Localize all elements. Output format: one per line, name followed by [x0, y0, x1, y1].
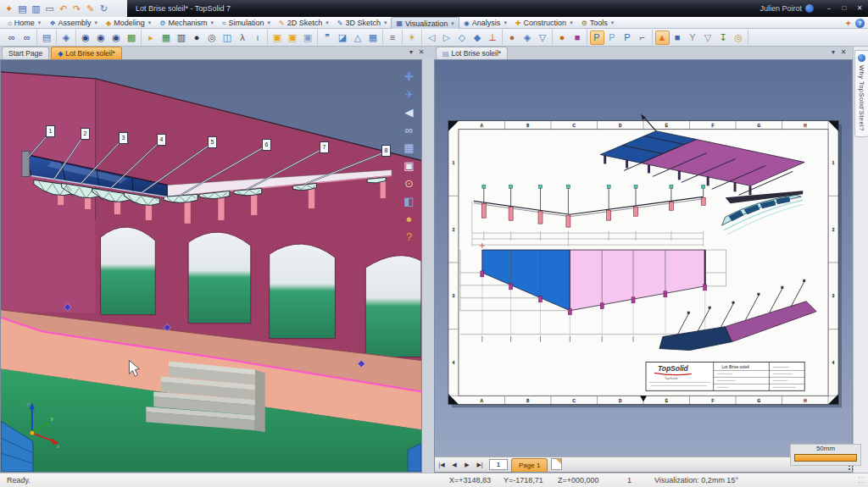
folder-orange-2-icon[interactable]: ▣ — [286, 30, 300, 45]
iso-cube-icon[interactable]: ◧ — [401, 193, 417, 210]
chevron-down-icon[interactable]: ▾ — [384, 19, 387, 26]
zoom-icon[interactable]: ⊙ — [401, 175, 417, 192]
last-page-button[interactable]: ▶| — [474, 459, 486, 470]
ribbon-tab-tools[interactable]: ⚙Tools▾ — [577, 18, 619, 29]
balloon-tag[interactable]: 4 — [157, 134, 166, 146]
ribbon-tab-simulation[interactable]: ≈Simulation▾ — [218, 18, 275, 29]
select-cube-icon[interactable]: ◈ — [520, 30, 535, 45]
refresh-icon[interactable]: ↻ — [97, 2, 110, 15]
stack-icon[interactable]: ▦ — [366, 30, 381, 45]
part-flag-3-icon[interactable]: P — [620, 30, 635, 45]
chevron-down-icon[interactable]: ▾ — [95, 19, 98, 26]
view-cube-2-icon[interactable]: ▷ — [440, 30, 454, 45]
material-sphere-icon[interactable]: ● — [555, 30, 570, 45]
purple-cube-icon[interactable]: ■ — [570, 30, 585, 45]
print-icon[interactable]: ▭ — [43, 2, 56, 15]
chevron-down-icon[interactable]: ▾ — [570, 19, 573, 26]
blue-cube-icon[interactable]: ■ — [670, 30, 685, 45]
balloon-tag[interactable]: 6 — [262, 139, 271, 151]
rings-icon[interactable]: ◎ — [732, 30, 746, 45]
previous-page-button[interactable]: ◀ — [448, 459, 460, 470]
camera-icon[interactable]: ◎ — [205, 30, 220, 45]
chevron-down-icon[interactable]: ▾ — [148, 19, 152, 26]
camera-shield-2-icon[interactable]: ◉ — [94, 30, 108, 45]
chevron-down-icon[interactable]: ▾ — [210, 19, 214, 26]
funnel-2-icon[interactable]: ▽ — [701, 30, 715, 45]
measure-warning-icon[interactable]: ▲ — [655, 30, 670, 45]
chevron-down-icon[interactable]: ▾ — [267, 19, 270, 26]
tab-lot-brise-soleil-draft[interactable]: ▤ Lot Brise soleil* — [436, 47, 508, 59]
pen-icon[interactable]: ✎ — [84, 2, 97, 15]
tab-start-page[interactable]: Start Page — [2, 47, 49, 59]
binoculars-icon[interactable]: ∞ — [5, 30, 19, 45]
status-grip-icon[interactable]: ⁚⁚ — [858, 476, 865, 484]
tool-gun-icon[interactable]: ⌐ — [636, 30, 650, 45]
camera-shield-icon[interactable]: ◉ — [79, 30, 93, 45]
tab-lot-brise-soleil-3d[interactable]: ◆ Lot Brise soleil* — [51, 47, 122, 59]
zoom-window-icon[interactable]: ▣ — [401, 158, 417, 174]
chevron-down-icon[interactable]: ▾ — [326, 19, 329, 26]
next-page-button[interactable]: ▶ — [461, 459, 473, 470]
balloon-tag[interactable]: 8 — [381, 145, 391, 157]
edit-cube-icon[interactable]: ◇ — [455, 30, 470, 45]
chat-icon[interactable]: ❞ — [320, 30, 335, 45]
minimize-button[interactable]: – — [822, 3, 836, 14]
ribbon-tab-2d-sketch[interactable]: ✎2D Sketch▾ — [275, 18, 333, 29]
balloon-tag[interactable]: 5 — [208, 136, 217, 148]
caliper-icon[interactable]: Y — [686, 30, 700, 45]
viewport-3d[interactable]: z x y 1 2 3 4 5 6 7 8 ✚✈◀∞▦▣⊙◧●? — [0, 59, 422, 473]
tab-close-icon[interactable]: ✕ — [417, 48, 426, 56]
chevron-down-icon[interactable]: ▾ — [38, 19, 42, 26]
ribbon-tab-assembly[interactable]: ❖Assembly▾ — [45, 18, 102, 29]
feedback-icon[interactable]: ✦ — [845, 19, 852, 28]
pane-splitter[interactable] — [422, 59, 434, 473]
palette-icon[interactable]: ● — [505, 30, 520, 45]
first-page-button[interactable]: |◀ — [436, 459, 448, 470]
why-topsolid-tab[interactable]: Why TopSolid'Steel? — [854, 50, 868, 137]
view-cube-icon[interactable]: ◁ — [425, 30, 439, 45]
plant-monitor-icon[interactable]: ▦ — [159, 30, 174, 45]
nav-cross-icon[interactable]: ✚ — [401, 69, 417, 86]
balloon-tag[interactable]: 3 — [119, 132, 128, 144]
binoculars-2-icon[interactable]: ∞ — [20, 30, 35, 45]
help-icon[interactable]: ? — [855, 19, 865, 28]
ribbon-tab-construction[interactable]: ✚Construction▾ — [511, 18, 577, 29]
balloon-tag[interactable]: 1 — [46, 125, 55, 137]
tab-list-dropdown-icon[interactable]: ▾ — [407, 48, 415, 56]
balloon-tag[interactable]: 2 — [81, 128, 90, 140]
repair-cube-icon[interactable]: ◆ — [470, 30, 485, 45]
monitor-icon[interactable]: ▦ — [401, 140, 417, 157]
camera-shield-3-icon[interactable]: ◉ — [109, 30, 124, 45]
chevron-down-icon[interactable]: ▾ — [504, 19, 507, 26]
redo-icon[interactable]: ↷ — [70, 2, 83, 15]
part-flag-icon[interactable]: P — [590, 30, 604, 45]
ribbon-tab-analysis[interactable]: ◉Analysis▾ — [459, 18, 511, 29]
axis-icon[interactable]: ⊥ — [486, 30, 500, 45]
stereo-icon[interactable]: ∞ — [401, 122, 417, 139]
palette2-icon[interactable]: ● — [401, 211, 417, 228]
page-number-field[interactable]: 1 — [489, 459, 508, 470]
balloon-tag[interactable]: 7 — [320, 141, 329, 153]
user-name[interactable]: Julien Poirot — [760, 4, 802, 13]
sun-icon[interactable]: ☀ — [405, 30, 420, 45]
section-icon[interactable]: ◪ — [336, 30, 350, 45]
restore-button[interactable]: □ — [837, 3, 851, 14]
chevron-down-icon[interactable]: ▾ — [611, 19, 615, 26]
help-list-icon[interactable]: ? — [401, 229, 417, 246]
pyramid-icon[interactable]: △ — [351, 30, 365, 45]
ribbon-tab-home[interactable]: ⌂Home▾ — [3, 18, 45, 29]
person-icon[interactable]: ι — [251, 30, 265, 45]
topsolid-logo-icon[interactable]: ✦ — [3, 2, 15, 15]
part-flag-2-icon[interactable]: P — [605, 30, 620, 45]
ribbon-tab-visualization[interactable]: ▦Visualization▾ — [391, 17, 459, 29]
chevron-down-icon[interactable]: ▾ — [451, 20, 454, 27]
layers-icon[interactable]: ▤ — [40, 30, 54, 45]
ribbon-tab-3d-sketch[interactable]: ✎3D Sketch▾ — [333, 18, 392, 29]
tab-list-dropdown-icon[interactable]: ▾ — [829, 48, 837, 56]
walking-person-icon[interactable]: λ — [236, 30, 250, 45]
nav-plane-icon[interactable]: ✈ — [401, 86, 417, 103]
page-tab[interactable]: Page 1 — [511, 458, 548, 472]
sound-3d-icon[interactable]: ◀ — [401, 104, 417, 121]
viewport-draft[interactable]: AABBCCDDEEFFGGHH11223344 — [434, 59, 853, 473]
open-icon[interactable]: ▥ — [30, 2, 42, 15]
